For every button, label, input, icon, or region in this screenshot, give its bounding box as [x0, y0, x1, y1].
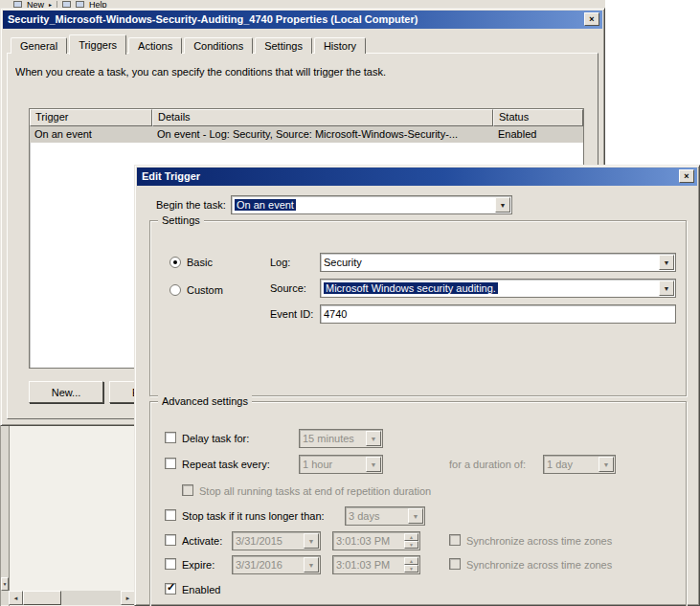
column-header-details[interactable]: Details [152, 109, 493, 126]
row-details-cell: On event - Log: Security, Source: Micros… [152, 126, 493, 143]
activate-date-value: 3/31/2015 [236, 534, 302, 549]
event-id-field[interactable] [320, 304, 676, 324]
delay-duration-value: 15 minutes [303, 432, 364, 446]
chevron-down-icon[interactable]: ▼ [408, 508, 423, 524]
spin-down-icon[interactable]: ▼ [404, 565, 418, 572]
basic-radio-label: Basic [187, 253, 213, 272]
chevron-down-icon[interactable]: ▼ [366, 457, 381, 472]
chevron-down-icon[interactable]: ▼ [598, 457, 614, 472]
expire-time-input[interactable]: 3:01:03 PM ▲ ▼ [332, 555, 420, 574]
custom-radio[interactable] [169, 284, 181, 296]
source-select[interactable]: Microsoft Windows security auditing. ▼ [320, 279, 676, 298]
duration-select[interactable]: 1 day ▼ [543, 455, 616, 474]
activate-date-select[interactable]: 3/31/2015 ▼ [232, 531, 321, 550]
advanced-settings-group: Advanced settings Delay task for: 15 min… [149, 401, 687, 606]
event-id-label: Event ID: [270, 304, 313, 324]
activate-time-input[interactable]: 3:01:03 PM ▲ ▼ [332, 531, 420, 550]
spin-up-icon[interactable]: ▲ [404, 533, 418, 541]
selected-text: On an event [235, 199, 296, 211]
column-header-status[interactable]: Status [493, 109, 583, 126]
scroll-left-icon[interactable]: ◄ [9, 591, 23, 605]
tab-strip: General Triggers Actions Conditions Sett… [11, 34, 368, 54]
properties-titlebar[interactable]: Security_Microsoft-Windows-Security-Audi… [3, 11, 602, 29]
scrollbar-thumb[interactable] [23, 591, 61, 605]
chevron-down-icon[interactable]: ▼ [659, 281, 674, 296]
spin-down-icon[interactable]: ▼ [404, 541, 418, 549]
tab-general[interactable]: General [11, 37, 67, 54]
delay-duration-select[interactable]: 15 minutes ▼ [299, 429, 383, 448]
table-row[interactable]: On an event On event - Log: Security, So… [30, 126, 583, 143]
expire-time-value: 3:01:03 PM [336, 558, 403, 572]
scroll-down-icon[interactable]: ▼ [1, 577, 9, 591]
log-select[interactable]: Security ▼ [320, 253, 676, 272]
expire-label: Expire: [182, 555, 215, 574]
properties-dialog-title: Security_Microsoft-Windows-Security-Audi… [8, 11, 579, 29]
stop-all-tasks-checkbox[interactable] [182, 484, 193, 496]
edit-trigger-dialog: Edit Trigger × Begin the task: On an eve… [134, 165, 700, 606]
repeat-task-checkbox[interactable] [165, 458, 176, 469]
row-trigger-cell: On an event [30, 126, 152, 143]
tab-conditions[interactable]: Conditions [184, 37, 253, 54]
chevron-down-icon[interactable]: ▼ [304, 533, 319, 549]
edit-trigger-titlebar[interactable]: Edit Trigger × [137, 168, 697, 186]
enabled-checkbox[interactable]: ✓ [165, 583, 176, 595]
stop-task-longer-value: 3 days [349, 509, 406, 524]
chevron-down-icon[interactable]: ▼ [304, 557, 319, 572]
activate-label: Activate: [182, 531, 222, 550]
repeat-task-label: Repeat task every: [182, 455, 270, 474]
background-window-fragment: ▼ ◄ ► [0, 426, 134, 606]
activate-sync-checkbox[interactable] [449, 534, 461, 546]
close-icon[interactable]: × [679, 169, 694, 183]
stop-task-longer-label: Stop task if it runs longer than: [182, 506, 325, 526]
stop-task-longer-checkbox[interactable] [165, 509, 176, 521]
delay-task-checkbox[interactable] [165, 432, 176, 443]
log-value: Security [324, 256, 657, 270]
activate-sync-label: Synchronize across time zones [466, 531, 612, 550]
begin-task-value: On an event [235, 198, 493, 213]
chevron-down-icon[interactable]: ▼ [495, 197, 510, 213]
begin-task-select[interactable]: On an event ▼ [231, 195, 512, 214]
chevron-down-icon[interactable]: ▼ [659, 255, 674, 270]
tab-actions[interactable]: Actions [128, 37, 182, 54]
edit-trigger-title: Edit Trigger [142, 168, 674, 186]
window-icon [13, 1, 22, 8]
column-header-trigger[interactable]: Trigger [30, 109, 152, 126]
vertical-scrollbar[interactable]: ▼ [1, 426, 9, 591]
chevron-down-icon[interactable]: ▼ [366, 431, 381, 446]
activate-time-value: 3:01:03 PM [336, 534, 403, 549]
settings-group-label: Settings [158, 213, 204, 227]
activate-checkbox[interactable] [165, 534, 176, 546]
expire-checkbox[interactable] [165, 558, 176, 570]
begin-task-label: Begin the task: [156, 195, 226, 214]
selected-text: Microsoft Windows security auditing. [324, 282, 498, 294]
custom-radio-label: Custom [187, 281, 223, 300]
window-border [9, 426, 10, 606]
basic-radio[interactable] [169, 257, 181, 268]
stop-all-tasks-label: Stop all running tasks at end of repetit… [199, 482, 431, 501]
tab-triggers[interactable]: Triggers [69, 34, 126, 55]
repeat-interval-select[interactable]: 1 hour ▼ [299, 455, 383, 474]
expire-date-select[interactable]: 3/31/2016 ▼ [232, 555, 321, 574]
duration-label: for a duration of: [449, 455, 526, 474]
spin-up-icon[interactable]: ▲ [404, 557, 418, 565]
delay-task-label: Delay task for: [182, 429, 249, 448]
stop-task-longer-select[interactable]: 3 days ▼ [345, 506, 425, 526]
desktop: New ▸ Help ▼ ◄ ► Security_Microsoft-Wind… [0, 0, 700, 606]
triggers-description: When you create a task, you can specify … [15, 66, 588, 78]
tab-settings[interactable]: Settings [255, 37, 312, 54]
new-button[interactable]: New... [29, 381, 103, 403]
repeat-interval-value: 1 hour [303, 458, 364, 472]
check-icon: ✓ [167, 581, 175, 594]
close-icon[interactable]: × [584, 12, 599, 26]
tab-history[interactable]: History [314, 37, 366, 54]
horizontal-scrollbar[interactable]: ◄ ► [1, 591, 135, 605]
duration-value: 1 day [547, 458, 597, 472]
source-value: Microsoft Windows security auditing. [324, 281, 657, 296]
row-status-cell: Enabled [493, 126, 583, 143]
source-label: Source: [270, 279, 306, 298]
expire-sync-checkbox[interactable] [449, 558, 461, 570]
scroll-right-icon[interactable]: ► [121, 591, 135, 605]
enabled-label: Enabled [182, 580, 220, 599]
triggers-list-header: Trigger Details Status [30, 109, 583, 126]
expire-sync-label: Synchronize across time zones [466, 555, 612, 574]
